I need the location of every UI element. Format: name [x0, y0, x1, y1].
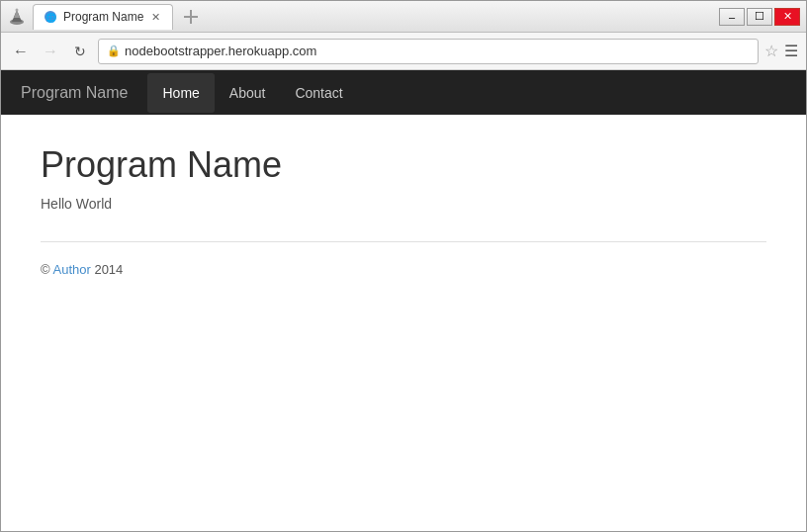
- window-controls: – ☐ ✕: [719, 8, 800, 26]
- nav-item-about[interactable]: About: [215, 73, 281, 113]
- close-button[interactable]: ✕: [774, 8, 800, 26]
- bookmark-star-icon[interactable]: ☆: [764, 42, 778, 60]
- tab-title: Program Name: [63, 10, 143, 24]
- nav-item-contact[interactable]: Contact: [280, 73, 357, 113]
- footer-text: © Author 2014: [41, 262, 766, 277]
- page-divider: [41, 241, 766, 242]
- nav-item-home[interactable]: Home: [147, 73, 214, 113]
- back-button[interactable]: ←: [9, 40, 33, 63]
- url-bar[interactable]: 🔒 nodebootstrapper.herokuapp.com: [98, 39, 759, 64]
- tab-close-button[interactable]: ✕: [149, 11, 162, 24]
- menu-icon[interactable]: ☰: [784, 42, 798, 60]
- maximize-button[interactable]: ☐: [747, 8, 772, 26]
- new-tab-button[interactable]: [177, 4, 205, 30]
- web-navbar: Program Name Home About Contact: [1, 70, 806, 115]
- minimize-button[interactable]: –: [719, 8, 745, 26]
- lock-icon: 🔒: [107, 44, 121, 57]
- active-tab[interactable]: 🌐 Program Name ✕: [33, 4, 173, 30]
- title-bar: 🌐 Program Name ✕ – ☐ ✕: [1, 1, 806, 33]
- page-title: Program Name: [41, 144, 766, 186]
- svg-text:🌐: 🌐: [45, 12, 57, 24]
- tab-favicon: 🌐: [44, 10, 57, 24]
- browser-icon: [7, 7, 27, 27]
- browser-window: 🌐 Program Name ✕ – ☐ ✕ ← → ↻ 🔒 nodeboots…: [0, 0, 807, 532]
- reload-button[interactable]: ↻: [68, 40, 92, 63]
- url-text: nodebootstrapper.herokuapp.com: [125, 44, 750, 58]
- address-bar: ← → ↻ 🔒 nodebootstrapper.herokuapp.com ☆…: [1, 33, 806, 70]
- page-content: Program Name Hello World © Author 2014: [1, 115, 806, 531]
- svg-point-3: [16, 8, 19, 11]
- footer-copyright: ©: [41, 262, 52, 277]
- browser-content: Program Name Home About Contact Program …: [1, 70, 806, 531]
- nav-brand: Program Name: [21, 84, 128, 102]
- forward-button[interactable]: →: [39, 40, 62, 63]
- footer-year: 2014: [91, 262, 124, 277]
- page-subtitle: Hello World: [41, 196, 766, 212]
- footer-author-link[interactable]: Author: [52, 262, 90, 277]
- title-bar-left: 🌐 Program Name ✕: [7, 4, 719, 30]
- svg-rect-7: [190, 10, 192, 24]
